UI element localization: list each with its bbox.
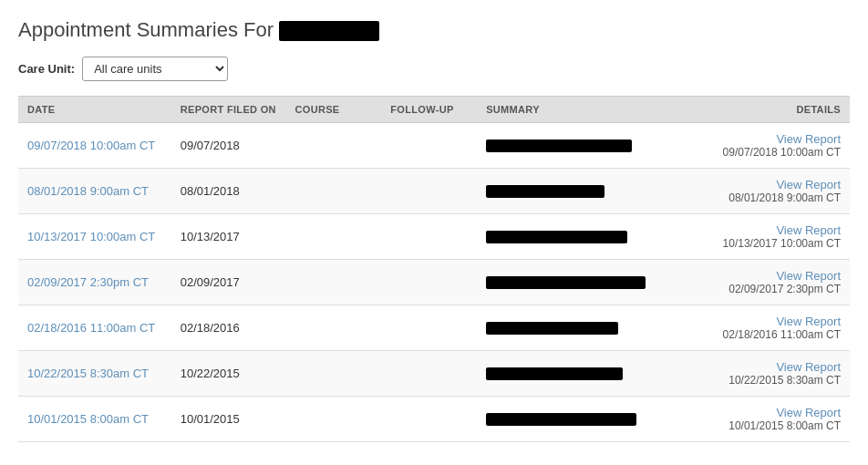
summary-cell: [477, 305, 697, 351]
view-report-date: 08/01/2018 9:00am CT: [706, 191, 841, 204]
view-report-date: 10/22/2015 8:30am CT: [706, 374, 841, 387]
details-cell: View Report10/01/2015 8:00am CT: [697, 397, 850, 442]
table-row: 10/01/2015 8:00am CT10/01/2015View Repor…: [18, 397, 850, 442]
details-cell: View Report10/22/2015 8:30am CT: [697, 351, 850, 397]
summary-cell: [477, 260, 697, 305]
course-cell: [286, 169, 382, 214]
appointment-date-link[interactable]: 10/13/2017 10:00am CT: [27, 230, 155, 243]
appointment-date-link[interactable]: 10/22/2015 8:30am CT: [27, 367, 149, 380]
summary-redacted-bar: [486, 322, 618, 335]
header-summary: SUMMARY: [477, 97, 697, 123]
summary-redacted-bar: [486, 276, 646, 289]
summary-cell: [477, 351, 697, 397]
course-cell: [286, 397, 382, 442]
appointment-date-link[interactable]: 02/18/2016 11:00am CT: [27, 321, 155, 335]
table-row: 02/09/2017 2:30pm CT02/09/2017View Repor…: [18, 260, 850, 305]
summary-redacted-bar: [486, 185, 604, 198]
care-unit-label: Care Unit:: [18, 62, 75, 76]
details-cell: View Report02/18/2016 11:00am CT: [697, 305, 850, 351]
view-report-link[interactable]: View Report: [706, 223, 841, 237]
table-header-row: DATE REPORT FILED ON COURSE FOLLOW-UP SU…: [18, 97, 850, 123]
table-row: 10/13/2017 10:00am CT10/13/2017View Repo…: [18, 214, 850, 260]
follow-up-cell: [381, 123, 477, 169]
course-cell: [286, 305, 382, 351]
course-cell: [286, 260, 382, 305]
follow-up-cell: [381, 305, 477, 351]
follow-up-cell: [381, 169, 477, 214]
header-course: COURSE: [286, 97, 382, 123]
course-cell: [286, 351, 382, 397]
appointment-date-link[interactable]: 09/07/2018 10:00am CT: [27, 139, 155, 152]
report-filed-date: 10/13/2017: [171, 214, 286, 260]
table-row: 02/18/2016 11:00am CT02/18/2016View Repo…: [18, 305, 850, 351]
appointment-date-link[interactable]: 08/01/2018 9:00am CT: [27, 184, 149, 198]
header-report-filed-on: REPORT FILED ON: [171, 97, 286, 123]
report-filed-date: 09/07/2018: [171, 123, 286, 169]
appointment-date-link[interactable]: 10/01/2015 8:00am CT: [27, 412, 149, 426]
appointments-table: DATE REPORT FILED ON COURSE FOLLOW-UP SU…: [18, 96, 850, 442]
page-title: Appointment Summaries For: [18, 18, 850, 42]
follow-up-cell: [381, 397, 477, 442]
table-row: 09/07/2018 10:00am CT09/07/2018View Repo…: [18, 123, 850, 169]
view-report-link[interactable]: View Report: [706, 178, 841, 191]
view-report-date: 10/01/2015 8:00am CT: [706, 419, 841, 432]
summary-cell: [477, 123, 697, 169]
view-report-date: 09/07/2018 10:00am CT: [706, 146, 841, 159]
course-cell: [286, 123, 382, 169]
report-filed-date: 08/01/2018: [171, 169, 286, 214]
details-cell: View Report09/07/2018 10:00am CT: [697, 123, 850, 169]
care-unit-select[interactable]: All care units Unit A Unit B Unit C: [82, 57, 228, 81]
care-unit-filter: Care Unit: All care units Unit A Unit B …: [18, 57, 850, 81]
summary-cell: [477, 397, 697, 442]
follow-up-cell: [381, 351, 477, 397]
table-row: 10/22/2015 8:30am CT10/22/2015View Repor…: [18, 351, 850, 397]
appointment-date-link[interactable]: 02/09/2017 2:30pm CT: [27, 275, 149, 289]
details-cell: View Report08/01/2018 9:00am CT: [697, 169, 850, 214]
view-report-link[interactable]: View Report: [706, 132, 841, 146]
header-follow-up: FOLLOW-UP: [381, 97, 477, 123]
report-filed-date: 02/18/2016: [171, 305, 286, 351]
follow-up-cell: [381, 260, 477, 305]
summary-redacted-bar: [486, 231, 627, 243]
view-report-date: 02/09/2017 2:30pm CT: [706, 283, 841, 295]
view-report-link[interactable]: View Report: [706, 269, 841, 283]
header-details: DETAILS: [697, 97, 850, 123]
view-report-date: 02/18/2016 11:00am CT: [706, 328, 841, 341]
follow-up-cell: [381, 214, 477, 260]
header-date: DATE: [18, 97, 171, 123]
summary-cell: [477, 169, 697, 214]
redacted-patient-name: [279, 21, 379, 41]
details-cell: View Report02/09/2017 2:30pm CT: [697, 260, 850, 305]
view-report-date: 10/13/2017 10:00am CT: [706, 237, 841, 250]
summary-redacted-bar: [486, 413, 636, 426]
report-filed-date: 02/09/2017: [171, 260, 286, 305]
report-filed-date: 10/01/2015: [171, 397, 286, 442]
view-report-link[interactable]: View Report: [706, 315, 841, 328]
table-row: 08/01/2018 9:00am CT08/01/2018View Repor…: [18, 169, 850, 214]
summary-redacted-bar: [486, 140, 632, 152]
details-cell: View Report10/13/2017 10:00am CT: [697, 214, 850, 260]
course-cell: [286, 214, 382, 260]
view-report-link[interactable]: View Report: [706, 406, 841, 419]
report-filed-date: 10/22/2015: [171, 351, 286, 397]
view-report-link[interactable]: View Report: [706, 360, 841, 374]
summary-redacted-bar: [486, 367, 623, 380]
summary-cell: [477, 214, 697, 260]
